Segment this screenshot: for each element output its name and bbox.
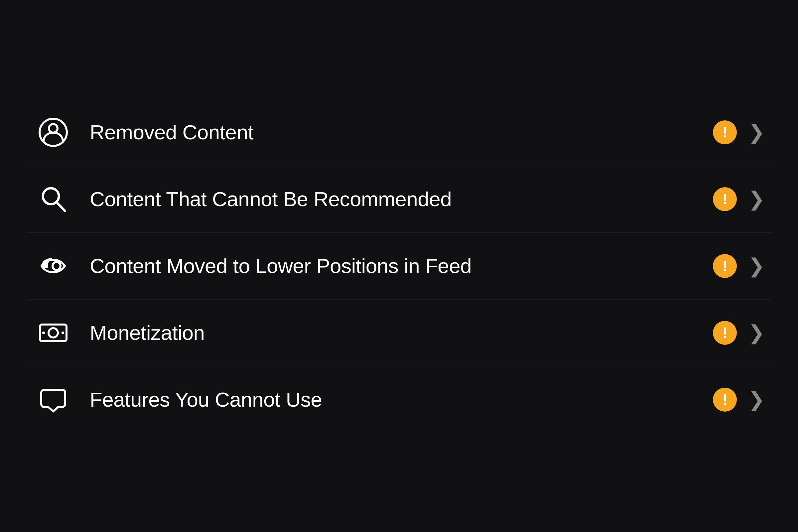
removed-content-icon <box>33 112 73 152</box>
features-cannot-use-right: ! ❯ <box>713 388 765 412</box>
cannot-recommend-alert: ! <box>713 187 737 211</box>
removed-content-alert: ! <box>713 120 737 144</box>
svg-point-6 <box>49 328 58 338</box>
monetization-label: Monetization <box>90 321 713 344</box>
removed-content-label: Removed Content <box>90 120 713 144</box>
svg-point-7 <box>42 331 45 334</box>
svg-point-1 <box>49 124 58 133</box>
monetization-right: ! ❯ <box>713 321 765 345</box>
cannot-recommend-label: Content That Cannot Be Recommended <box>90 187 713 211</box>
lower-positions-label: Content Moved to Lower Positions in Feed <box>90 254 713 278</box>
menu-item-lower-positions[interactable]: Content Moved to Lower Positions in Feed… <box>26 233 772 300</box>
lower-positions-icon <box>33 246 73 286</box>
monetization-chevron: ❯ <box>748 323 765 343</box>
features-cannot-use-chevron: ❯ <box>748 390 765 410</box>
menu-item-removed-content[interactable]: Removed Content ! ❯ <box>26 99 772 166</box>
removed-content-right: ! ❯ <box>713 120 765 144</box>
lower-positions-chevron: ❯ <box>748 256 765 276</box>
monetization-icon <box>33 313 73 353</box>
svg-line-3 <box>57 203 65 211</box>
menu-item-monetization[interactable]: Monetization ! ❯ <box>26 300 772 366</box>
svg-point-4 <box>53 262 60 270</box>
svg-point-8 <box>61 331 64 334</box>
cannot-recommend-right: ! ❯ <box>713 187 765 211</box>
monetization-alert: ! <box>713 321 737 345</box>
removed-content-chevron: ❯ <box>748 122 765 142</box>
lower-positions-right: ! ❯ <box>713 254 765 278</box>
menu-item-cannot-recommend[interactable]: Content That Cannot Be Recommended ! ❯ <box>26 166 772 233</box>
lower-positions-alert: ! <box>713 254 737 278</box>
cannot-recommend-chevron: ❯ <box>748 189 765 209</box>
features-cannot-use-icon <box>33 380 73 420</box>
features-cannot-use-alert: ! <box>713 388 737 412</box>
cannot-recommend-icon <box>33 179 73 219</box>
menu-item-features-cannot-use[interactable]: Features You Cannot Use ! ❯ <box>26 366 772 433</box>
features-cannot-use-label: Features You Cannot Use <box>90 388 713 411</box>
